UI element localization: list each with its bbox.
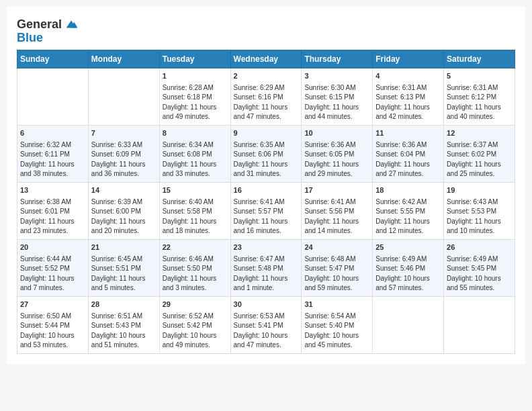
day-number: 23 bbox=[234, 242, 299, 253]
calendar-cell: 27Sunrise: 6:50 AMSunset: 5:44 PMDayligh… bbox=[17, 296, 89, 353]
day-number: 16 bbox=[234, 185, 299, 196]
logo-icon bbox=[64, 17, 79, 32]
day-info: Sunset: 6:12 PM bbox=[447, 93, 512, 103]
day-info: Daylight: 11 hours and 42 minutes. bbox=[375, 103, 441, 122]
day-info: Sunset: 5:56 PM bbox=[304, 207, 369, 217]
day-info: Daylight: 11 hours and 29 minutes. bbox=[304, 160, 369, 179]
day-info: Sunrise: 6:53 AM bbox=[234, 312, 299, 322]
day-info: Sunrise: 6:38 AM bbox=[20, 197, 85, 208]
day-info: Sunrise: 6:33 AM bbox=[91, 140, 157, 150]
day-info: Daylight: 11 hours and 10 minutes. bbox=[447, 217, 512, 236]
calendar-cell: 24Sunrise: 6:48 AMSunset: 5:47 PMDayligh… bbox=[302, 239, 373, 296]
day-info: Sunrise: 6:48 AM bbox=[304, 255, 369, 265]
day-info: Sunrise: 6:41 AM bbox=[234, 197, 299, 208]
day-info: Sunrise: 6:45 AM bbox=[91, 255, 157, 265]
day-info: Daylight: 11 hours and 40 minutes. bbox=[447, 103, 512, 122]
day-info: Sunset: 5:48 PM bbox=[234, 264, 299, 274]
day-info: Sunrise: 6:30 AM bbox=[304, 83, 369, 93]
calendar-week-1: 1Sunrise: 6:28 AMSunset: 6:18 PMDaylight… bbox=[17, 68, 515, 126]
day-number: 14 bbox=[91, 185, 157, 196]
day-info: Sunrise: 6:43 AM bbox=[447, 197, 512, 208]
day-info: Daylight: 10 hours and 45 minutes. bbox=[304, 331, 369, 351]
calendar-cell bbox=[373, 296, 444, 353]
day-number: 5 bbox=[447, 71, 512, 82]
day-info: Sunset: 6:11 PM bbox=[20, 150, 85, 160]
day-info: Sunset: 5:43 PM bbox=[91, 321, 157, 331]
day-info: Daylight: 10 hours and 47 minutes. bbox=[234, 331, 299, 351]
calendar-cell bbox=[17, 68, 89, 126]
day-number: 20 bbox=[20, 242, 85, 253]
calendar-table: SundayMondayTuesdayWednesdayThursdayFrid… bbox=[17, 50, 515, 354]
calendar-week-5: 27Sunrise: 6:50 AMSunset: 5:44 PMDayligh… bbox=[17, 296, 515, 353]
day-info: Sunset: 5:45 PM bbox=[447, 264, 512, 274]
day-info: Sunset: 6:01 PM bbox=[20, 207, 85, 217]
calendar-cell: 7Sunrise: 6:33 AMSunset: 6:09 PMDaylight… bbox=[88, 125, 159, 182]
calendar-cell: 23Sunrise: 6:47 AMSunset: 5:48 PMDayligh… bbox=[230, 239, 302, 296]
day-number: 15 bbox=[163, 185, 228, 196]
day-info: Sunset: 5:53 PM bbox=[447, 207, 512, 217]
day-info: Daylight: 11 hours and 5 minutes. bbox=[91, 274, 157, 293]
day-info: Sunrise: 6:35 AM bbox=[234, 140, 299, 150]
day-number: 4 bbox=[375, 71, 441, 82]
day-info: Daylight: 11 hours and 18 minutes. bbox=[163, 217, 228, 236]
day-info: Sunset: 5:42 PM bbox=[163, 321, 228, 331]
day-info: Sunrise: 6:50 AM bbox=[20, 312, 85, 322]
calendar-week-4: 20Sunrise: 6:44 AMSunset: 5:52 PMDayligh… bbox=[17, 239, 515, 296]
day-number: 17 bbox=[304, 185, 369, 196]
day-info: Sunrise: 6:37 AM bbox=[447, 140, 512, 150]
calendar-cell: 20Sunrise: 6:44 AMSunset: 5:52 PMDayligh… bbox=[17, 239, 89, 296]
day-info: Daylight: 11 hours and 49 minutes. bbox=[163, 103, 228, 122]
day-info: Sunrise: 6:49 AM bbox=[447, 255, 512, 265]
calendar-week-3: 13Sunrise: 6:38 AMSunset: 6:01 PMDayligh… bbox=[17, 182, 515, 239]
day-info: Sunrise: 6:40 AM bbox=[163, 197, 228, 208]
logo-text-general: General bbox=[17, 18, 62, 30]
calendar-container: General Blue SundayMondayTuesdayWednesda… bbox=[7, 7, 525, 364]
day-info: Daylight: 10 hours and 59 minutes. bbox=[304, 274, 369, 293]
day-info: Daylight: 11 hours and 27 minutes. bbox=[375, 160, 441, 179]
day-info: Daylight: 11 hours and 14 minutes. bbox=[304, 217, 369, 236]
calendar-cell: 1Sunrise: 6:28 AMSunset: 6:18 PMDaylight… bbox=[159, 68, 230, 126]
day-info: Sunrise: 6:44 AM bbox=[20, 255, 85, 265]
calendar-cell: 10Sunrise: 6:36 AMSunset: 6:05 PMDayligh… bbox=[302, 125, 373, 182]
day-info: Sunset: 5:57 PM bbox=[234, 207, 299, 217]
day-info: Sunrise: 6:36 AM bbox=[304, 140, 369, 150]
day-info: Sunset: 6:04 PM bbox=[375, 150, 441, 160]
day-info: Sunrise: 6:29 AM bbox=[234, 83, 299, 93]
calendar-cell: 21Sunrise: 6:45 AMSunset: 5:51 PMDayligh… bbox=[88, 239, 159, 296]
calendar-cell: 18Sunrise: 6:42 AMSunset: 5:55 PMDayligh… bbox=[373, 182, 444, 239]
day-info: Daylight: 10 hours and 51 minutes. bbox=[91, 331, 157, 351]
day-info: Sunrise: 6:47 AM bbox=[234, 255, 299, 265]
calendar-cell: 5Sunrise: 6:31 AMSunset: 6:12 PMDaylight… bbox=[444, 68, 515, 126]
day-info: Sunset: 6:02 PM bbox=[447, 150, 512, 160]
day-info: Sunset: 5:44 PM bbox=[20, 321, 85, 331]
day-info: Sunset: 5:52 PM bbox=[20, 264, 85, 274]
calendar-cell: 14Sunrise: 6:39 AMSunset: 6:00 PMDayligh… bbox=[88, 182, 159, 239]
day-info: Sunset: 5:47 PM bbox=[304, 264, 369, 274]
day-number: 26 bbox=[447, 242, 512, 253]
day-info: Daylight: 10 hours and 49 minutes. bbox=[163, 331, 228, 351]
weekday-header-tuesday: Tuesday bbox=[159, 50, 230, 68]
calendar-cell: 11Sunrise: 6:36 AMSunset: 6:04 PMDayligh… bbox=[373, 125, 444, 182]
day-info: Sunset: 6:06 PM bbox=[234, 150, 299, 160]
calendar-cell: 13Sunrise: 6:38 AMSunset: 6:01 PMDayligh… bbox=[17, 182, 89, 239]
day-number: 7 bbox=[91, 128, 157, 139]
calendar-cell bbox=[88, 68, 159, 126]
day-info: Daylight: 10 hours and 55 minutes. bbox=[447, 274, 512, 293]
day-number: 31 bbox=[304, 300, 369, 310]
calendar-cell: 15Sunrise: 6:40 AMSunset: 5:58 PMDayligh… bbox=[159, 182, 230, 239]
day-number: 30 bbox=[234, 300, 299, 310]
day-number: 21 bbox=[91, 242, 157, 253]
day-info: Sunset: 5:51 PM bbox=[91, 264, 157, 274]
calendar-header: SundayMondayTuesdayWednesdayThursdayFrid… bbox=[17, 50, 515, 68]
weekday-header-wednesday: Wednesday bbox=[230, 50, 302, 68]
day-info: Sunrise: 6:52 AM bbox=[163, 312, 228, 322]
calendar-cell: 30Sunrise: 6:53 AMSunset: 5:41 PMDayligh… bbox=[230, 296, 302, 353]
day-info: Sunset: 6:18 PM bbox=[163, 93, 228, 103]
day-number: 18 bbox=[375, 185, 441, 196]
weekday-header-monday: Monday bbox=[88, 50, 159, 68]
calendar-cell: 4Sunrise: 6:31 AMSunset: 6:13 PMDaylight… bbox=[373, 68, 444, 126]
day-info: Sunset: 5:46 PM bbox=[375, 264, 441, 274]
day-info: Daylight: 10 hours and 57 minutes. bbox=[375, 274, 441, 293]
day-info: Sunrise: 6:32 AM bbox=[20, 140, 85, 150]
day-number: 9 bbox=[234, 128, 299, 139]
